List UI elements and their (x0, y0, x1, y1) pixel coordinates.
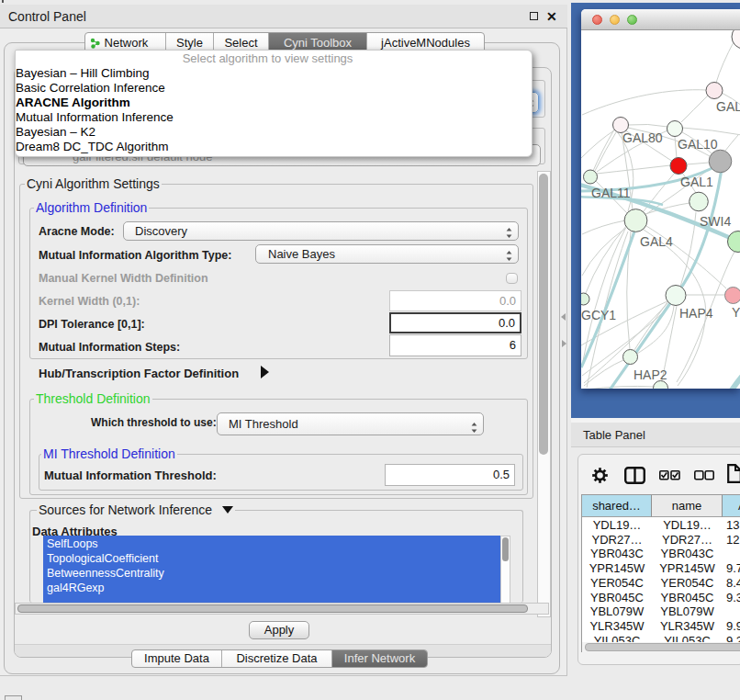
svg-text:GAL7: GAL7 (716, 99, 740, 114)
svg-text:GAL4: GAL4 (640, 234, 673, 249)
svg-text:YJ: YJ (732, 305, 740, 320)
svg-text:GAL11: GAL11 (591, 186, 631, 200)
svg-text:GAL1: GAL1 (680, 175, 713, 189)
svg-text:GAL80: GAL80 (622, 130, 663, 145)
svg-text:GCY1: GCY1 (581, 308, 616, 322)
svg-text:GAL10: GAL10 (678, 137, 718, 152)
svg-text:HAP4: HAP4 (679, 306, 713, 321)
svg-text:SWI4: SWI4 (700, 214, 731, 229)
svg-text:HAP2: HAP2 (633, 367, 667, 382)
